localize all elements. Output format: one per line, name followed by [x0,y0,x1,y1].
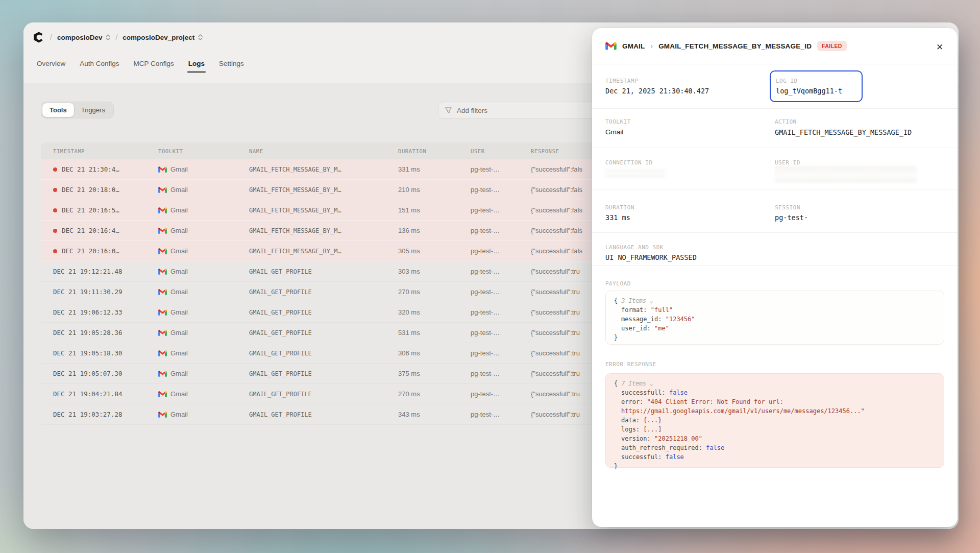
row-duration: 303 ms [398,268,471,275]
panel-action-name: GMAIL_FETCH_MESSAGE_BY_MESSAGE_ID [658,42,812,50]
row-toolkit: Gmail [170,288,188,296]
session-value: pg-test- [775,213,808,222]
project-name: composioDev_project [122,34,194,41]
row-toolkit: Gmail [170,268,188,275]
logs-table: TIMESTAMP TOOLKIT NAME DURATION USER RES… [41,142,600,425]
table-row[interactable]: DEC 21 20:16:0…GmailGMAIL_FETCH_MESSAGE_… [41,241,600,261]
row-response: {"successfull":tru [531,268,600,275]
row-name: GMAIL_FETCH_MESSAGE_BY_M… [249,207,398,214]
row-response: {"successfull":fals [531,186,600,194]
row-name: GMAIL_GET_PROFILE [249,309,398,316]
gmail-icon [158,186,167,194]
row-response: {"successfull":tru [531,288,600,296]
row-response: {"successfull":fals [531,165,600,173]
table-row[interactable]: DEC 21 21:30:4…GmailGMAIL_FETCH_MESSAGE_… [41,159,600,180]
table-row[interactable]: DEC 21 20:16:4…GmailGMAIL_FETCH_MESSAGE_… [41,221,600,241]
row-name: GMAIL_GET_PROFILE [249,370,398,377]
toggle-triggers-button[interactable]: Triggers [74,103,112,117]
log-id-field[interactable] [770,70,863,102]
error-response-json-viewer: { 7 Items ⌄ successfull: false error: "4… [605,373,944,468]
row-toolkit: Gmail [170,186,188,194]
table-row[interactable]: DEC 21 19:11:30.29GmailGMAIL_GET_PROFILE… [41,282,600,302]
row-duration: 331 ms [398,165,471,173]
org-selector[interactable]: composioDev [57,34,111,41]
row-duration: 270 ms [398,288,471,296]
divider [592,108,958,109]
row-name: GMAIL_GET_PROFILE [249,391,398,398]
table-row[interactable]: DEC 21 19:05:18.30GmailGMAIL_GET_PROFILE… [41,343,600,364]
desktop-background: / composioDev / composioDev_project Over… [0,0,980,553]
action-label: ACTION [775,118,797,125]
table-row[interactable]: DEC 21 19:06:12.33GmailGMAIL_GET_PROFILE… [41,302,600,323]
row-response: {"successfull":fals [531,247,600,255]
log-type-toggle: Tools Triggers [41,102,114,118]
duration-label: DURATION [605,204,634,211]
log-detail-panel: GMAIL › GMAIL_FETCH_MESSAGE_BY_MESSAGE_I… [592,28,958,527]
failed-status-dot-icon [53,208,57,212]
failed-status-dot-icon [53,249,57,253]
session-label: SESSION [775,204,800,211]
row-user: pg-test-… [471,206,531,214]
row-timestamp: DEC 21 19:05:28.36 [53,329,122,336]
row-duration: 305 ms [398,247,471,255]
tab-logs[interactable]: Logs [181,55,212,76]
gmail-icon [158,350,167,357]
row-toolkit: Gmail [170,411,188,418]
row-name: GMAIL_FETCH_MESSAGE_BY_M… [249,166,398,173]
row-name: GMAIL_GET_PROFILE [249,350,398,357]
gmail-icon [158,370,167,377]
tab-mcp-configs[interactable]: MCP Configs [127,55,181,76]
row-duration: 531 ms [398,329,471,336]
table-row[interactable]: DEC 21 20:16:5…GmailGMAIL_FETCH_MESSAGE_… [41,200,600,221]
col-user: USER [471,148,531,154]
row-timestamp: DEC 21 19:03:27.28 [53,411,122,418]
row-user: pg-test-… [471,165,531,173]
payload-items-toggle[interactable]: 3 Items ⌄ [621,297,653,304]
row-user: pg-test-… [471,390,531,398]
row-timestamp: DEC 21 19:06:12.33 [53,308,122,316]
timestamp-value: Dec 21, 2025 21:30:40.427 [605,87,709,95]
composio-logo-icon[interactable] [32,31,45,44]
row-user: pg-test-… [471,349,531,357]
row-toolkit: Gmail [170,247,188,255]
failed-status-dot-icon [53,229,57,233]
col-toolkit: TOOLKIT [158,148,249,154]
row-duration: 375 ms [398,370,471,377]
row-name: GMAIL_FETCH_MESSAGE_BY_M… [249,186,398,194]
table-row[interactable]: DEC 21 19:12:21.48GmailGMAIL_GET_PROFILE… [41,261,600,282]
panel-header: GMAIL › GMAIL_FETCH_MESSAGE_BY_MESSAGE_I… [592,28,958,64]
row-timestamp: DEC 21 19:04:21.84 [53,390,122,398]
tab-overview[interactable]: Overview [30,55,72,76]
row-timestamp: DEC 21 20:16:4… [62,227,119,234]
row-user: pg-test-… [471,370,531,377]
status-badge: FAILED [817,41,847,51]
row-toolkit: Gmail [170,349,188,357]
gmail-icon [158,411,167,418]
row-toolkit: Gmail [170,390,188,398]
close-icon[interactable]: ✕ [934,41,945,53]
gmail-icon [158,166,167,173]
row-response: {"successfull":tru [531,370,600,377]
error-response-label: ERROR RESPONSE [605,361,656,368]
row-duration: 306 ms [398,349,471,357]
row-user: pg-test-… [471,308,531,316]
row-response: {"successfull":tru [531,411,600,418]
toggle-tools-button[interactable]: Tools [42,103,74,117]
gmail-icon [158,391,167,398]
error-items-toggle[interactable]: 7 Items ⌄ [621,380,653,387]
row-response: {"successfull":tru [531,329,600,336]
table-row[interactable]: DEC 21 20:18:0…GmailGMAIL_FETCH_MESSAGE_… [41,180,600,200]
table-row[interactable]: DEC 21 19:04:21.84GmailGMAIL_GET_PROFILE… [41,384,600,404]
chevron-up-down-icon [198,34,203,40]
filter-funnel-icon [445,107,452,114]
gmail-icon [158,227,167,234]
table-row[interactable]: DEC 21 19:05:07.30GmailGMAIL_GET_PROFILE… [41,364,600,384]
project-selector[interactable]: composioDev_project [122,34,203,41]
tab-auth-configs[interactable]: Auth Configs [72,55,126,76]
row-duration: 343 ms [398,411,471,418]
table-row[interactable]: DEC 21 19:05:28.36GmailGMAIL_GET_PROFILE… [41,323,600,343]
tab-settings[interactable]: Settings [212,55,251,76]
nav-tabs: Overview Auth Configs MCP Configs Logs S… [30,55,251,76]
gmail-icon [158,288,167,296]
table-row[interactable]: DEC 21 19:03:27.28GmailGMAIL_GET_PROFILE… [41,404,600,425]
